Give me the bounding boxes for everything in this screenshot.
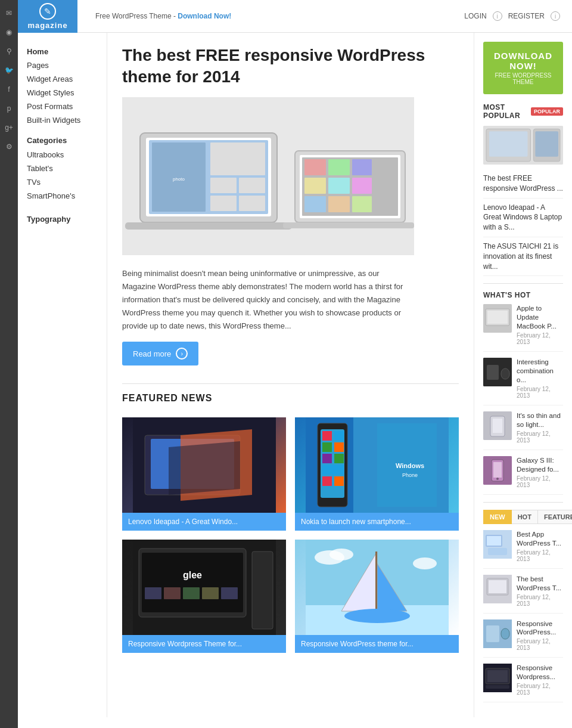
svg-rect-70	[535, 131, 558, 157]
article-text: Being minimalist doesn't mean being unin…	[122, 267, 414, 333]
login-link[interactable]: LOGIN	[464, 12, 486, 20]
read-more-button[interactable]: Read more ›	[122, 342, 198, 365]
svg-rect-9	[239, 196, 265, 211]
nav-home[interactable]: Home	[27, 45, 98, 58]
svg-rect-82	[493, 462, 502, 478]
read-more-arrow: ›	[176, 348, 188, 360]
hot-item-title-apple[interactable]: Apple to Update MacBook P...	[517, 304, 563, 331]
hot-item-date-combo: February 12, 2013	[517, 386, 563, 399]
icon-sidebar: ✉ ◉ ⚲ 🐦 f p g+ ⚙	[0, 0, 18, 728]
nav-smartphones[interactable]: SmartPhone's	[27, 189, 98, 203]
tab-item-img-responsive3	[483, 664, 512, 692]
svg-rect-90	[489, 580, 506, 593]
logo-icon: ✎	[39, 3, 56, 20]
hot-item-title-galaxy[interactable]: Galaxy S III: Designed fo...	[517, 456, 563, 474]
popular-item-2[interactable]: Lenovo Ideapad - A Great Windows 8 Lapto…	[483, 199, 563, 237]
svg-text:Windows: Windows	[395, 462, 424, 469]
email-icon[interactable]: ✉	[2, 6, 16, 20]
nav-tablets[interactable]: Tablet's	[27, 162, 98, 175]
featured-card-nokia[interactable]: Windows Phone Nokia to launch new smartp…	[295, 417, 459, 531]
download-button[interactable]: DOWNLOAD NOW! FREE WORDPRESS THEME	[483, 42, 563, 94]
svg-rect-36	[322, 442, 332, 452]
tab-item-img-best-wp	[483, 575, 512, 603]
typography-label: Typography	[27, 215, 98, 224]
svg-rect-51	[145, 587, 161, 599]
tab-item-title-responsive2[interactable]: Responsive WordPress...	[517, 619, 563, 637]
featured-img-responsive	[295, 540, 459, 635]
main-content: The best FREE responsive WordPress theme…	[107, 33, 474, 717]
nav-ultrabooks[interactable]: Ultrabooks	[27, 148, 98, 162]
svg-rect-40	[322, 465, 344, 475]
featured-card-glee[interactable]: glee Responsive Wordpress Theme for...	[122, 540, 286, 653]
tab-item-info-responsive3: Responsive Wordpress... February 12, 201…	[517, 664, 563, 696]
hot-item-apple: Apple to Update MacBook P... February 12…	[483, 304, 563, 352]
svg-rect-87	[488, 548, 507, 555]
hot-item-img-apple	[483, 304, 512, 333]
settings-icon[interactable]: ⚙	[2, 140, 16, 154]
tab-item-title-best-app[interactable]: Best App WordPress T...	[517, 530, 563, 548]
hot-item-thin: It's so thin and so light... February 12…	[483, 411, 563, 450]
svg-rect-96	[487, 670, 508, 682]
hot-item-date-apple: February 12, 2013	[517, 332, 563, 345]
nav-post-formats[interactable]: Post Formats	[27, 100, 98, 113]
svg-rect-42	[334, 476, 344, 486]
tab-item-date-best-app: February 12, 2013	[517, 549, 563, 562]
hero-image: photo	[122, 97, 414, 255]
svg-rect-7	[239, 178, 265, 193]
featured-card-lenovo[interactable]: Lenovo Ideapad - A Great Windo...	[122, 417, 286, 531]
svg-rect-53	[183, 587, 200, 599]
svg-rect-10	[125, 222, 292, 230]
tab-featured[interactable]: FEATURED	[538, 510, 572, 524]
twitter-icon[interactable]: 🐦	[2, 63, 16, 78]
hot-item-title-combo[interactable]: Interesting combination o...	[517, 358, 563, 385]
tab-item-date-responsive2: February 12, 2013	[517, 638, 563, 651]
search-icon[interactable]: ⚲	[2, 44, 16, 58]
svg-rect-92	[486, 625, 499, 642]
divider-1	[483, 283, 563, 284]
svg-rect-34	[322, 431, 332, 441]
featured-card-responsive[interactable]: Responsive WordPress theme for...	[295, 540, 459, 653]
nav-pages[interactable]: Pages	[27, 58, 98, 72]
google-icon[interactable]: g+	[2, 120, 16, 135]
svg-rect-76	[501, 368, 509, 379]
nav-builtin-widgets[interactable]: Built-in Widgets	[27, 113, 98, 127]
hot-item-date-galaxy: February 12, 2013	[517, 475, 563, 488]
tab-item-title-responsive3[interactable]: Responsive Wordpress...	[517, 664, 563, 681]
nav-tvs[interactable]: TVs	[27, 175, 98, 189]
most-popular-label: MOST POPULAR	[483, 103, 526, 120]
svg-rect-14	[304, 159, 326, 175]
nav-widget-styles[interactable]: Widget Styles	[27, 86, 98, 100]
svg-rect-68	[489, 131, 528, 157]
popular-item-1[interactable]: The best FREE responsive WordPress ...	[483, 169, 563, 199]
svg-text:Phone: Phone	[402, 472, 417, 478]
popular-item-3[interactable]: The ASUS TAICHI 21 is innovation at its …	[483, 237, 563, 276]
register-info-icon[interactable]: i	[551, 11, 560, 21]
tab-item-best-wp: The best WordPress T... February 12, 201…	[483, 575, 563, 614]
tab-item-img-responsive2	[483, 619, 512, 648]
hot-item-info-apple: Apple to Update MacBook P... February 12…	[517, 304, 563, 345]
svg-rect-16	[352, 159, 372, 175]
rss-icon[interactable]: ◉	[2, 25, 16, 39]
tab-hot[interactable]: HOT	[512, 510, 538, 524]
tab-new[interactable]: NEW	[483, 510, 512, 524]
nav-widget-areas[interactable]: Widget Areas	[27, 72, 98, 86]
svg-point-62	[344, 609, 410, 623]
register-link[interactable]: REGISTER	[508, 12, 545, 20]
content-area: Home Pages Widget Areas Widget Styles Po…	[18, 33, 572, 717]
tab-item-img-best-app	[483, 530, 512, 559]
svg-rect-21	[328, 196, 350, 212]
hot-item-title-thin[interactable]: It's so thin and so light...	[517, 411, 563, 429]
download-link[interactable]: Download Now!	[178, 12, 231, 20]
tab-item-title-best-wp[interactable]: The best WordPress T...	[517, 575, 563, 593]
svg-marker-30	[169, 441, 240, 495]
featured-caption-nokia: Nokia to launch new smartphone...	[295, 513, 459, 531]
svg-rect-19	[352, 178, 372, 194]
logo-area[interactable]: ✎ magazine	[18, 0, 77, 33]
facebook-icon[interactable]: f	[2, 82, 16, 97]
svg-text:glee: glee	[182, 570, 201, 580]
pinterest-icon[interactable]: p	[2, 101, 16, 116]
right-sidebar: DOWNLOAD NOW! FREE WORDPRESS THEME MOST …	[474, 33, 572, 717]
left-nav: Home Pages Widget Areas Widget Styles Po…	[18, 33, 107, 717]
login-info-icon[interactable]: i	[493, 11, 502, 21]
featured-grid: Lenovo Ideapad - A Great Windo...	[122, 417, 459, 653]
